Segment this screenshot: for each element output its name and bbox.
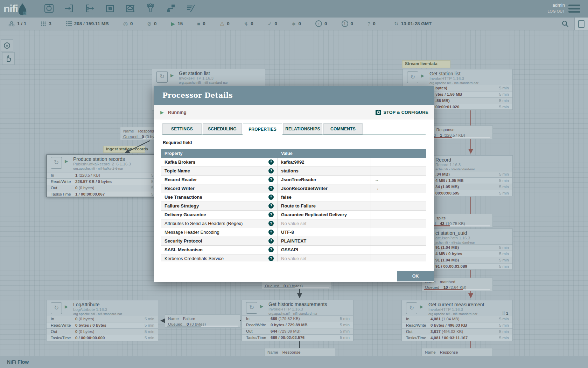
help-icon[interactable]: ? <box>268 247 274 252</box>
help-icon[interactable]: ? <box>268 212 274 217</box>
input-port-icon[interactable] <box>63 2 76 15</box>
help-icon[interactable]: ? <box>268 203 274 209</box>
nifi-logo: nifi <box>4 1 28 16</box>
property-label: Delivery Guarantee <box>164 212 206 217</box>
processor-type: InvokeHTTP 1.16.3 <box>268 307 303 311</box>
help-icon[interactable]: ? <box>268 195 274 200</box>
status-unversioned: ?0 <box>368 21 376 26</box>
status-running: ▶15 <box>171 21 183 26</box>
processor-get-current-measurement[interactable]: ↻ ▶ Get current measurement InvokeHTTP 1… <box>401 300 513 341</box>
processor-stamp-icon: ↻ <box>406 302 417 314</box>
processor-stamp-icon: ↻ <box>51 302 62 314</box>
help-icon[interactable]: ? <box>268 256 274 261</box>
help-icon[interactable]: ? <box>268 230 274 235</box>
processor-get-historic-measurements[interactable]: ↻ ▶ Get historic measurements InvokeHTTP… <box>241 300 354 341</box>
search-button[interactable] <box>558 18 573 30</box>
dialog-tabs: SETTINGSSCHEDULINGPROPERTIESRELATIONSHIP… <box>162 123 364 135</box>
funnel-icon[interactable] <box>144 2 157 15</box>
operate-palette-button[interactable] <box>2 52 15 65</box>
running-indicator-icon: ▶ <box>421 73 424 78</box>
canvas-label-ingest-station-records[interactable]: Ingest station records <box>103 146 145 153</box>
stop-and-configure-button[interactable]: STOP & CONFIGURE <box>376 105 428 120</box>
processor-icon[interactable] <box>43 2 55 15</box>
processor-name: ct station_uuid <box>435 230 467 236</box>
processor-type: PublishKafkaRecord_2_6 1.16.3 <box>73 162 131 166</box>
property-label: SASL Mechanism <box>164 247 203 252</box>
property-label: Attributes to Send as Headers (Regex) <box>164 221 243 226</box>
processor-bundle: org.apache.nifi - nifi-standard-nar <box>429 81 478 85</box>
help-icon[interactable]: ? <box>268 159 274 165</box>
help-icon[interactable]: ? <box>268 238 274 244</box>
running-indicator-icon: ▶ <box>65 159 68 164</box>
processor-type: ateJsonPath 1.16.3 <box>435 236 470 240</box>
processor-stats: In1 (228.57 KB)5 minRead/Write228.57 KB … <box>47 172 164 197</box>
nifi-app: Stream live-data Ingest station records … <box>0 0 588 368</box>
breadcrumb[interactable]: NiFi Flow <box>7 359 29 365</box>
help-icon[interactable]: ? <box>268 177 274 182</box>
processor-logattribute[interactable]: ↻ ▶ LogAttribute LogAttribute 1.16.3 org… <box>46 300 158 341</box>
label-icon[interactable] <box>185 2 197 15</box>
connection-label-failure[interactable]: NameFailure Queued0(0 bytes) <box>165 314 240 328</box>
property-row: Security Protocol?PLAINTEXT <box>161 237 426 246</box>
property-row: Attributes to Send as Headers (Regex)?No… <box>161 219 426 228</box>
status-locally-modified: ∗0 <box>292 21 301 26</box>
processor-type: Record 1.16.3 <box>435 163 461 167</box>
remote-process-group-icon[interactable] <box>124 2 136 15</box>
processor-produce-station-records[interactable]: ↻ ▶ Produce station records PublishKafka… <box>46 155 165 197</box>
output-port-icon[interactable] <box>83 2 96 15</box>
status-refresh[interactable]: ↻13:01:28 GMT <box>394 21 432 26</box>
tab-scheduling[interactable]: SCHEDULING <box>203 123 242 135</box>
canvas-label-stream-live-data[interactable]: Stream live-data <box>402 60 450 68</box>
status-invalid: ⚠0 <box>220 21 230 26</box>
running-indicator-icon: ▶ <box>170 73 174 78</box>
locally-modified-icon: ∗ <box>292 21 296 26</box>
unversioned-icon: ? <box>368 21 370 26</box>
processor-name: Record <box>435 157 451 163</box>
component-toolbar <box>43 2 197 15</box>
running-icon: ▶ <box>171 21 175 26</box>
property-value: UTF-8 <box>278 228 371 237</box>
running-indicator-icon: ▶ <box>260 304 263 309</box>
process-group-icon[interactable] <box>104 2 116 15</box>
property-label: Kerberos Credentials Service <box>164 256 224 261</box>
property-row: Use Transactions?false <box>161 193 426 202</box>
template-icon[interactable] <box>164 2 177 15</box>
properties-table: Property Value Kafka Brokers?kafka:9092T… <box>161 149 426 261</box>
invalid-icon: ⚠ <box>220 21 224 26</box>
property-row: Message Header Encoding?UTF-8 <box>161 228 426 237</box>
sync-failure-icon: ! <box>342 20 348 27</box>
property-value: GSSAPI <box>278 246 371 254</box>
panel-icon <box>578 20 584 28</box>
menu-icon[interactable] <box>568 5 580 14</box>
processor-stamp-icon: ↻ <box>407 71 418 83</box>
processor-stamp-icon: ↻ <box>156 71 168 83</box>
status-stale: ↑0 <box>315 20 327 27</box>
help-icon[interactable]: ? <box>268 186 274 191</box>
processor-bundle: ache.nifi - nifi-standard-nar <box>435 167 475 171</box>
tab-relationships[interactable]: RELATIONSHIPS <box>283 123 322 135</box>
properties-table-body: Kafka Brokers?kafka:9092Topic Name?stati… <box>161 158 426 261</box>
goto-service-icon[interactable]: → <box>374 177 379 182</box>
stopped-icon: ■ <box>197 21 200 26</box>
tab-properties[interactable]: PROPERTIES <box>243 123 282 135</box>
tab-comments[interactable]: COMMENTS <box>323 123 363 135</box>
help-icon[interactable]: ? <box>268 168 274 173</box>
property-value: Route to Failure <box>278 202 371 210</box>
help-icon[interactable]: ? <box>268 221 274 226</box>
transmitting-icon: ◎ <box>123 21 128 26</box>
goto-service-icon[interactable]: → <box>374 186 379 191</box>
processor-details-dialog: Processor Details ▶ Running STOP & CONFI… <box>154 86 434 282</box>
processor-bundle: org.apache.nifi - nifi-standard-nar <box>268 312 317 315</box>
tab-settings[interactable]: SETTINGS <box>162 123 202 135</box>
logout-link[interactable]: LOG OUT <box>547 9 565 13</box>
ok-button[interactable]: OK <box>397 271 434 281</box>
navigate-palette-button[interactable] <box>1 39 13 52</box>
outline-panel-toggle[interactable] <box>574 18 588 30</box>
property-row: Topic Name?stations <box>161 167 426 176</box>
processor-bundle: org.apache.nifi - nifi-standard-nar <box>179 81 228 84</box>
status-sync-failure: !0 <box>342 20 354 27</box>
nifi-drop-icon <box>17 3 28 16</box>
property-label: Message Header Encoding <box>164 230 219 235</box>
required-field-note: Required field <box>163 140 192 145</box>
property-row: Kerberos Credentials Service?No value se… <box>161 254 426 261</box>
